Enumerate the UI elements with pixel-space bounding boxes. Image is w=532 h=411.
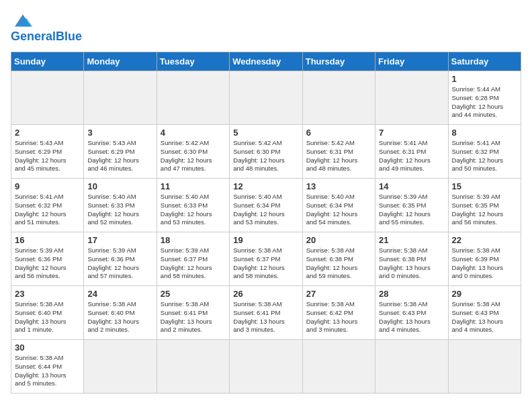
day-info: Sunrise: 5:44 AM Sunset: 6:28 PM Dayligh… [452,85,517,120]
day-number: 5 [233,128,298,138]
day-info: Sunrise: 5:39 AM Sunset: 6:36 PM Dayligh… [15,246,80,281]
day-info: Sunrise: 5:38 AM Sunset: 6:38 PM Dayligh… [379,246,444,281]
day-info: Sunrise: 5:38 AM Sunset: 6:41 PM Dayligh… [233,300,298,334]
weekday-header-wednesday: Wednesday [230,52,302,71]
calendar-cell: 28Sunrise: 5:38 AM Sunset: 6:43 PM Dayli… [375,286,448,340]
day-number: 16 [15,235,80,245]
day-number: 13 [306,181,371,191]
day-number: 3 [87,128,152,138]
weekday-header-thursday: Thursday [302,52,375,71]
calendar-cell [302,340,375,394]
day-number: 2 [15,128,80,138]
day-number: 19 [233,235,298,245]
weekday-header-friday: Friday [375,52,448,71]
day-number: 18 [161,235,226,245]
logo-text: GeneralBlue [11,30,82,44]
day-info: Sunrise: 5:42 AM Sunset: 6:31 PM Dayligh… [306,139,371,173]
day-number: 29 [452,289,517,299]
day-number: 15 [452,181,517,191]
calendar-cell: 7Sunrise: 5:41 AM Sunset: 6:31 PM Daylig… [375,125,448,179]
calendar-row-4: 23Sunrise: 5:38 AM Sunset: 6:40 PM Dayli… [11,286,521,340]
calendar-cell: 27Sunrise: 5:38 AM Sunset: 6:42 PM Dayli… [302,286,375,340]
calendar-cell: 9Sunrise: 5:41 AM Sunset: 6:32 PM Daylig… [11,179,84,232]
day-number: 8 [452,128,517,138]
calendar-cell: 26Sunrise: 5:38 AM Sunset: 6:41 PM Dayli… [230,286,302,340]
day-number: 6 [306,128,371,138]
calendar-cell: 16Sunrise: 5:39 AM Sunset: 6:36 PM Dayli… [11,232,84,286]
day-number: 11 [161,181,226,191]
day-number: 10 [87,181,152,191]
calendar-cell: 17Sunrise: 5:39 AM Sunset: 6:36 PM Dayli… [84,232,157,286]
calendar-cell [157,340,229,394]
day-number: 25 [161,289,226,299]
logo-general: General [11,30,56,43]
day-number: 14 [379,181,444,191]
calendar-cell [375,71,448,125]
day-info: Sunrise: 5:38 AM Sunset: 6:39 PM Dayligh… [452,246,517,281]
calendar-cell [230,71,302,125]
day-info: Sunrise: 5:40 AM Sunset: 6:34 PM Dayligh… [306,193,371,227]
calendar-row-2: 9Sunrise: 5:41 AM Sunset: 6:32 PM Daylig… [11,179,521,232]
day-info: Sunrise: 5:38 AM Sunset: 6:37 PM Dayligh… [233,246,298,281]
calendar-cell: 24Sunrise: 5:38 AM Sunset: 6:40 PM Dayli… [84,286,157,340]
day-number: 1 [452,74,517,84]
calendar-cell: 25Sunrise: 5:38 AM Sunset: 6:41 PM Dayli… [157,286,229,340]
day-info: Sunrise: 5:41 AM Sunset: 6:32 PM Dayligh… [452,139,517,173]
day-number: 30 [15,342,80,353]
day-info: Sunrise: 5:38 AM Sunset: 6:43 PM Dayligh… [452,300,517,334]
calendar-cell: 22Sunrise: 5:38 AM Sunset: 6:39 PM Dayli… [448,232,521,286]
day-number: 24 [87,289,152,299]
calendar-cell: 23Sunrise: 5:38 AM Sunset: 6:40 PM Dayli… [11,286,84,340]
weekday-header-monday: Monday [84,52,157,71]
calendar-cell: 12Sunrise: 5:40 AM Sunset: 6:34 PM Dayli… [230,179,302,232]
day-number: 4 [161,128,226,138]
calendar-row-1: 2Sunrise: 5:43 AM Sunset: 6:29 PM Daylig… [11,125,521,179]
calendar-cell: 20Sunrise: 5:38 AM Sunset: 6:38 PM Dayli… [302,232,375,286]
day-number: 22 [452,235,517,245]
day-info: Sunrise: 5:38 AM Sunset: 6:40 PM Dayligh… [15,300,80,334]
day-info: Sunrise: 5:38 AM Sunset: 6:43 PM Dayligh… [379,300,444,334]
day-info: Sunrise: 5:42 AM Sunset: 6:30 PM Dayligh… [161,139,226,173]
day-info: Sunrise: 5:38 AM Sunset: 6:44 PM Dayligh… [15,354,80,388]
calendar-cell: 3Sunrise: 5:43 AM Sunset: 6:29 PM Daylig… [84,125,157,179]
calendar-row-0: 1Sunrise: 5:44 AM Sunset: 6:28 PM Daylig… [11,71,521,125]
day-number: 23 [15,289,80,299]
weekday-header-saturday: Saturday [448,52,521,71]
day-info: Sunrise: 5:40 AM Sunset: 6:33 PM Dayligh… [161,193,226,227]
calendar-table: SundayMondayTuesdayWednesdayThursdayFrid… [11,52,521,394]
day-info: Sunrise: 5:38 AM Sunset: 6:41 PM Dayligh… [161,300,226,334]
day-number: 9 [15,181,80,191]
calendar-cell: 1Sunrise: 5:44 AM Sunset: 6:28 PM Daylig… [448,71,521,125]
logo-blue: Blue [56,30,82,43]
day-info: Sunrise: 5:39 AM Sunset: 6:35 PM Dayligh… [452,193,517,227]
day-number: 17 [87,235,152,245]
day-number: 7 [379,128,444,138]
day-info: Sunrise: 5:38 AM Sunset: 6:38 PM Dayligh… [306,246,371,281]
page: GeneralBlue SundayMondayTuesdayWednesday… [0,0,532,404]
weekday-header-sunday: Sunday [11,52,84,71]
weekday-header-tuesday: Tuesday [157,52,229,71]
calendar-cell: 18Sunrise: 5:39 AM Sunset: 6:37 PM Dayli… [157,232,229,286]
calendar-cell: 2Sunrise: 5:43 AM Sunset: 6:29 PM Daylig… [11,125,84,179]
calendar-cell: 14Sunrise: 5:39 AM Sunset: 6:35 PM Dayli… [375,179,448,232]
calendar-cell [448,340,521,394]
calendar-cell [11,71,84,125]
calendar-cell [84,71,157,125]
calendar-cell [157,71,229,125]
calendar-cell: 11Sunrise: 5:40 AM Sunset: 6:33 PM Dayli… [157,179,229,232]
day-info: Sunrise: 5:39 AM Sunset: 6:37 PM Dayligh… [161,246,226,281]
calendar-cell: 19Sunrise: 5:38 AM Sunset: 6:37 PM Dayli… [230,232,302,286]
day-number: 20 [306,235,371,245]
calendar-cell: 30Sunrise: 5:38 AM Sunset: 6:44 PM Dayli… [11,340,84,394]
calendar-cell [375,340,448,394]
calendar-row-5: 30Sunrise: 5:38 AM Sunset: 6:44 PM Dayli… [11,340,521,394]
calendar-cell: 10Sunrise: 5:40 AM Sunset: 6:33 PM Dayli… [84,179,157,232]
calendar-cell: 5Sunrise: 5:42 AM Sunset: 6:30 PM Daylig… [230,125,302,179]
calendar-cell: 6Sunrise: 5:42 AM Sunset: 6:31 PM Daylig… [302,125,375,179]
day-info: Sunrise: 5:42 AM Sunset: 6:30 PM Dayligh… [233,139,298,173]
calendar-cell: 8Sunrise: 5:41 AM Sunset: 6:32 PM Daylig… [448,125,521,179]
calendar-cell: 21Sunrise: 5:38 AM Sunset: 6:38 PM Dayli… [375,232,448,286]
calendar-cell: 4Sunrise: 5:42 AM Sunset: 6:30 PM Daylig… [157,125,229,179]
day-number: 12 [233,181,298,191]
day-info: Sunrise: 5:41 AM Sunset: 6:32 PM Dayligh… [15,193,80,227]
